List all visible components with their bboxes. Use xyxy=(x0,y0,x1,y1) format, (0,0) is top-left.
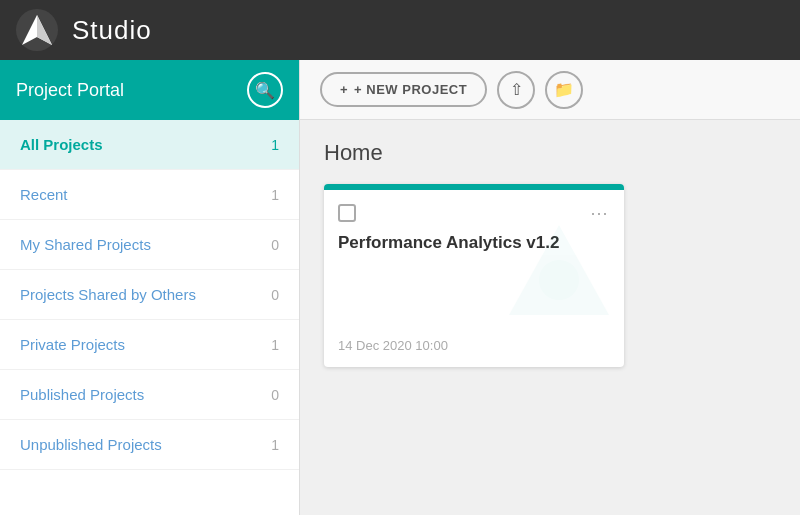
nav-item-label: Recent xyxy=(20,186,68,203)
nav-item-label: Projects Shared by Others xyxy=(20,286,196,303)
top-header: Studio xyxy=(0,0,800,60)
sidebar-item-all-projects[interactable]: All Projects 1 xyxy=(0,120,299,170)
sidebar-header: Project Portal 🔍 xyxy=(0,60,299,120)
section-title: Home xyxy=(324,140,776,166)
card-footer: 14 Dec 2020 10:00 xyxy=(324,330,624,367)
nav-item-count: 1 xyxy=(271,437,279,453)
content-body: Home ⋯ Performance Analytics v1.2 xyxy=(300,120,800,515)
content-area: + + NEW PROJECT ⇧ 📁 Home ⋯ xyxy=(300,60,800,515)
new-project-label: + NEW PROJECT xyxy=(354,82,467,97)
search-icon: 🔍 xyxy=(255,81,275,100)
sidebar-item-my-shared[interactable]: My Shared Projects 0 xyxy=(0,220,299,270)
nav-item-label: All Projects xyxy=(20,136,103,153)
card-body: ⋯ Performance Analytics v1.2 xyxy=(324,190,624,330)
nav-item-label: Private Projects xyxy=(20,336,125,353)
svg-point-2 xyxy=(539,260,579,300)
sidebar-title: Project Portal xyxy=(16,80,124,101)
sidebar-item-published[interactable]: Published Projects 0 xyxy=(0,370,299,420)
search-button[interactable]: 🔍 xyxy=(247,72,283,108)
folder-plus-icon: 📁 xyxy=(554,80,574,99)
sidebar-item-private[interactable]: Private Projects 1 xyxy=(0,320,299,370)
project-checkbox[interactable] xyxy=(338,204,356,222)
upload-icon: ⇧ xyxy=(510,80,523,99)
nav-item-label: Unpublished Projects xyxy=(20,436,162,453)
app-title: Studio xyxy=(72,15,152,46)
toolbar: + + NEW PROJECT ⇧ 📁 xyxy=(300,60,800,120)
card-watermark xyxy=(504,220,614,330)
nav-item-count: 0 xyxy=(271,237,279,253)
articulate-logo xyxy=(16,9,58,51)
nav-item-count: 1 xyxy=(271,137,279,153)
project-date: 14 Dec 2020 10:00 xyxy=(338,338,448,353)
project-card: ⋯ Performance Analytics v1.2 14 Dec 2020… xyxy=(324,184,624,367)
plus-icon: + xyxy=(340,82,348,97)
add-folder-button[interactable]: 📁 xyxy=(545,71,583,109)
nav-item-label: Published Projects xyxy=(20,386,144,403)
sidebar-item-shared-by-others[interactable]: Projects Shared by Others 0 xyxy=(0,270,299,320)
upload-button[interactable]: ⇧ xyxy=(497,71,535,109)
main-area: Project Portal 🔍 All Projects 1 Recent 1… xyxy=(0,60,800,515)
nav-item-count: 0 xyxy=(271,387,279,403)
new-project-button[interactable]: + + NEW PROJECT xyxy=(320,72,487,107)
sidebar-item-recent[interactable]: Recent 1 xyxy=(0,170,299,220)
nav-item-count: 1 xyxy=(271,337,279,353)
sidebar: Project Portal 🔍 All Projects 1 Recent 1… xyxy=(0,60,300,515)
nav-item-count: 1 xyxy=(271,187,279,203)
sidebar-item-unpublished[interactable]: Unpublished Projects 1 xyxy=(0,420,299,470)
nav-item-label: My Shared Projects xyxy=(20,236,151,253)
nav-item-count: 0 xyxy=(271,287,279,303)
nav-items-list: All Projects 1 Recent 1 My Shared Projec… xyxy=(0,120,299,470)
